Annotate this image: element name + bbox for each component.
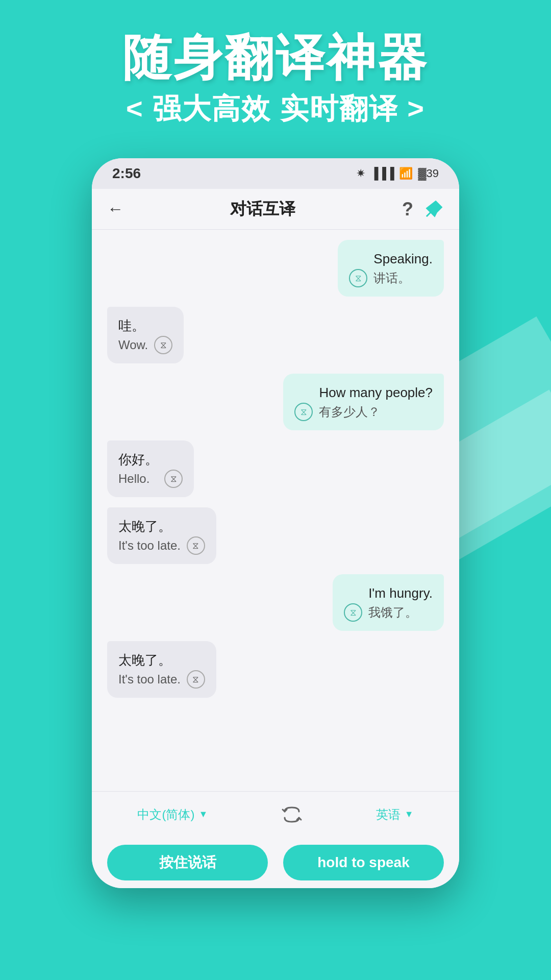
- signal-icon: ▐▐▐: [370, 167, 394, 180]
- help-button[interactable]: ?: [402, 199, 413, 220]
- app-bar: ← 对话互译 ?: [92, 189, 459, 230]
- msg-line2-3: Hello.: [118, 470, 158, 488]
- speak-icon-6[interactable]: ⧖: [187, 670, 205, 689]
- status-bar: 2:56 ✷ ▐▐▐ 📶 ▓39: [92, 158, 459, 189]
- message-1: 哇。Wow.⧖: [107, 307, 444, 363]
- message-5: ⧖I'm hungry.我饿了。: [107, 574, 444, 631]
- app-title: 对话互译: [230, 198, 295, 220]
- msg-line1-2: How many people?: [319, 383, 433, 403]
- msg-line1-6: 太晚了。: [118, 650, 181, 670]
- speak-icon-3[interactable]: ⧖: [164, 470, 183, 488]
- phone-mockup: 2:56 ✷ ▐▐▐ 📶 ▓39 ← 对话互译 ? ⧖Speaking.讲话。哇…: [92, 158, 459, 888]
- msg-line1-0: Speaking.: [373, 249, 433, 269]
- right-speak-button[interactable]: hold to speak: [283, 845, 444, 880]
- message-0: ⧖Speaking.讲话。: [107, 240, 444, 297]
- speak-icon-4[interactable]: ⧖: [187, 536, 205, 555]
- msg-line1-4: 太晚了。: [118, 517, 181, 536]
- chat-area: ⧖Speaking.讲话。哇。Wow.⧖⧖How many people?有多少…: [92, 230, 459, 791]
- right-lang-select[interactable]: 英语 ▼: [376, 806, 414, 823]
- svg-line-0: [427, 212, 431, 216]
- action-bar: 按住说话 hold to speak: [92, 837, 459, 888]
- status-time: 2:56: [112, 165, 141, 182]
- msg-line2-1: Wow.: [118, 336, 148, 354]
- left-lang-select[interactable]: 中文(简体) ▼: [137, 806, 208, 823]
- pin-icon[interactable]: [423, 199, 444, 219]
- message-2: ⧖How many people?有多少人？: [107, 374, 444, 430]
- speak-icon-2[interactable]: ⧖: [294, 403, 313, 421]
- sub-title: < 强大高效 实时翻译 >: [0, 90, 551, 129]
- message-6: 太晚了。It's too late.⧖: [107, 641, 444, 698]
- main-title: 随身翻译神器: [0, 31, 551, 85]
- status-icons: ✷ ▐▐▐ 📶 ▓39: [356, 167, 439, 180]
- right-lang-arrow: ▼: [405, 809, 414, 820]
- left-lang-arrow: ▼: [198, 809, 208, 820]
- left-speak-button[interactable]: 按住说话: [107, 845, 268, 880]
- battery-icon: ▓39: [418, 167, 439, 180]
- speak-icon-5[interactable]: ⧖: [344, 603, 362, 622]
- msg-line2-0: 讲话。: [373, 269, 433, 287]
- message-3: 你好。Hello.⧖: [107, 440, 444, 497]
- bluetooth-icon: ✷: [356, 167, 365, 180]
- left-lang-label: 中文(简体): [137, 806, 194, 823]
- app-bar-actions: ?: [402, 199, 444, 220]
- message-4: 太晚了。It's too late.⧖: [107, 507, 444, 564]
- lang-bar: 中文(简体) ▼ 英语 ▼: [92, 791, 459, 837]
- right-lang-label: 英语: [376, 806, 400, 823]
- msg-line1-1: 哇。: [118, 316, 148, 336]
- msg-line1-5: I'm hungry.: [368, 583, 433, 603]
- wifi-icon: 📶: [399, 167, 413, 180]
- msg-line2-5: 我饿了。: [368, 603, 433, 622]
- msg-line1-3: 你好。: [118, 450, 158, 470]
- msg-line2-2: 有多少人？: [319, 403, 433, 421]
- header-section: 随身翻译神器 < 强大高效 实时翻译 >: [0, 31, 551, 129]
- swap-button[interactable]: [279, 801, 305, 828]
- msg-line2-6: It's too late.: [118, 670, 181, 689]
- back-button[interactable]: ←: [107, 200, 123, 218]
- speak-icon-1[interactable]: ⧖: [154, 336, 172, 354]
- msg-line2-4: It's too late.: [118, 536, 181, 555]
- speak-icon-0[interactable]: ⧖: [349, 269, 367, 287]
